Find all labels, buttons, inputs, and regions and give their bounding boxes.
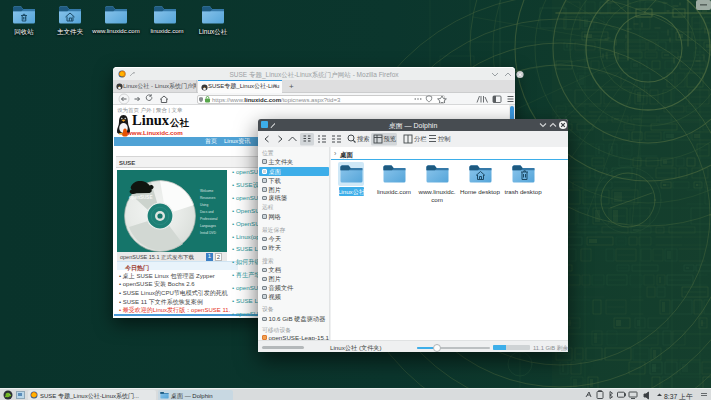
- svg-text:Docs and: Docs and: [200, 210, 214, 214]
- svg-text:Using: Using: [200, 203, 208, 207]
- svg-text:Languages: Languages: [200, 224, 216, 228]
- svg-text:Resources: Resources: [200, 196, 216, 200]
- svg-text:Install DVD: Install DVD: [200, 231, 217, 235]
- svg-text:Welcome: Welcome: [200, 189, 213, 193]
- svg-text:openSUSE: openSUSE: [129, 195, 152, 200]
- svg-text:Professional: Professional: [200, 217, 218, 221]
